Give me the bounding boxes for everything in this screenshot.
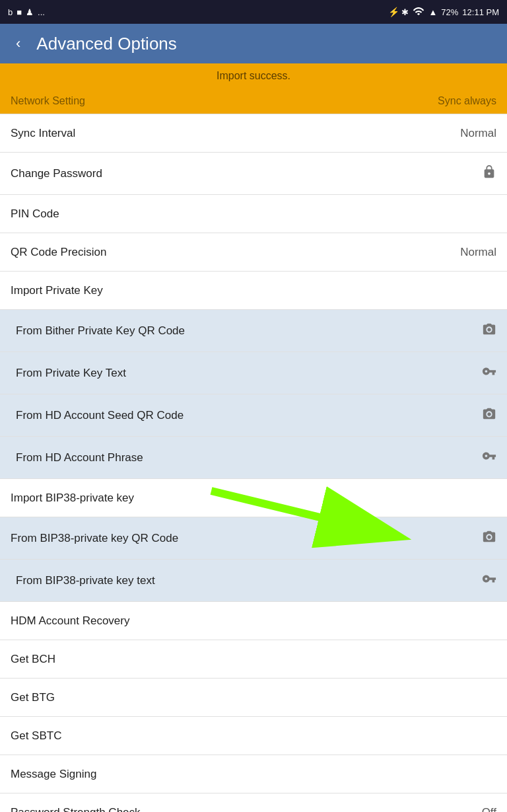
list-item-import-bip38[interactable]: Import BIP38-private key: [0, 479, 507, 517]
list-item-from-bip38-text[interactable]: From BIP38-private key text: [0, 560, 507, 602]
list-item-change-password[interactable]: Change Password: [0, 153, 507, 195]
list-item-qr-precision[interactable]: QR Code Precision Normal: [0, 233, 507, 272]
status-bar: b ■ ♟ ... ⚡ ✱ ▲ 72% 12:11 PM: [0, 0, 507, 24]
back-button[interactable]: ‹: [11, 32, 26, 55]
list-item-get-sbtc[interactable]: Get SBTC: [0, 717, 507, 755]
camera-icon-3: [482, 529, 496, 547]
signal-icon: ▲: [428, 7, 437, 17]
key-icon-3: [482, 572, 496, 589]
bluetooth-text: ✱: [401, 7, 409, 17]
list-item-from-hd-seed-qr[interactable]: From HD Account Seed QR Code: [0, 394, 507, 437]
network-setting-label: Network Setting: [11, 95, 85, 107]
toast-banner: Import success.: [0, 63, 507, 89]
list-item-hdm-recovery[interactable]: HDM Account Recovery: [0, 602, 507, 640]
battery-text: 72%: [441, 7, 458, 17]
settings-list: Sync Interval Normal Change Password PIN…: [0, 114, 507, 812]
key-icon-2: [482, 449, 496, 466]
network-setting-row[interactable]: Network Setting Sync always: [0, 89, 507, 114]
key-icon-1: [482, 364, 496, 382]
lock-icon: [482, 165, 496, 182]
list-item-from-bither-qr[interactable]: From Bither Private Key QR Code: [0, 310, 507, 352]
list-item-password-strength[interactable]: Password Strength Check Off: [0, 794, 507, 812]
status-bar-right: ⚡ ✱ ▲ 72% 12:11 PM: [388, 5, 499, 19]
wifi-icon: [413, 7, 424, 18]
page-title: Advanced Options: [36, 34, 176, 54]
time-text: 12:11 PM: [462, 7, 499, 17]
status-ellipsis: ...: [38, 7, 45, 17]
status-icon-key: ♟: [26, 7, 34, 17]
list-item-pin-code[interactable]: PIN Code: [0, 195, 507, 233]
status-bar-left: b ■ ♟ ...: [8, 7, 45, 17]
list-item-message-signing[interactable]: Message Signing: [0, 755, 507, 794]
camera-icon-2: [482, 406, 496, 424]
camera-icon-1: [482, 322, 496, 340]
status-icon-sim: ■: [17, 7, 22, 17]
status-icon-b: b: [8, 7, 13, 17]
list-item-from-bip38-qr[interactable]: From BIP38-private key QR Code: [0, 517, 507, 560]
list-item-get-btg[interactable]: Get BTG: [0, 679, 507, 717]
bluetooth-icon: ⚡: [388, 5, 397, 19]
list-item-import-private-key[interactable]: Import Private Key: [0, 272, 507, 310]
svg-text:⚡: ⚡: [388, 7, 397, 17]
network-setting-value: Sync always: [438, 95, 496, 107]
list-item-get-bch[interactable]: Get BCH: [0, 640, 507, 679]
app-header: ‹ Advanced Options: [0, 24, 507, 63]
list-item-from-private-key-text[interactable]: From Private Key Text: [0, 352, 507, 394]
toast-message: Import success.: [217, 70, 290, 81]
list-item-from-hd-phrase[interactable]: From HD Account Phrase: [0, 437, 507, 479]
list-item-sync-interval[interactable]: Sync Interval Normal: [0, 114, 507, 153]
